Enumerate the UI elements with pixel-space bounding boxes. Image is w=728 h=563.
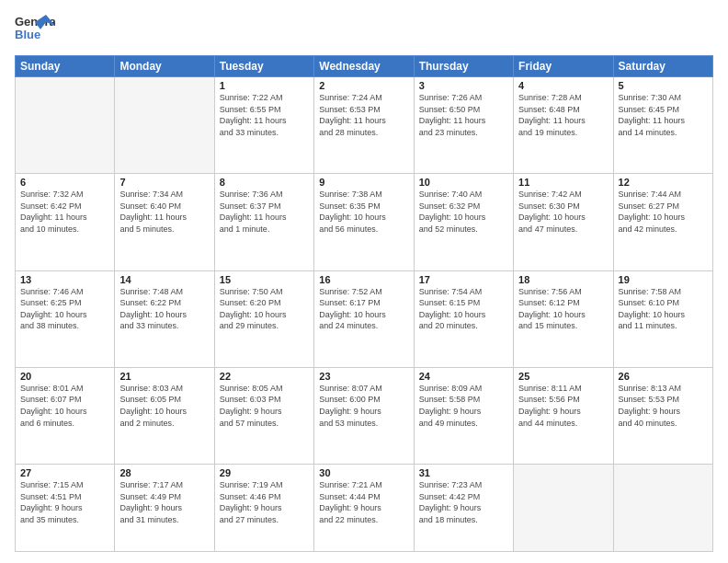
- day-info: Sunrise: 7:36 AM Sunset: 6:37 PM Dayligh…: [220, 189, 309, 235]
- day-number: 21: [119, 371, 209, 382]
- day-number: 22: [220, 371, 309, 382]
- calendar-day-header: Friday: [514, 56, 613, 77]
- calendar-cell: 15Sunrise: 7:50 AM Sunset: 6:20 PM Dayli…: [214, 270, 313, 367]
- day-number: 2: [319, 80, 408, 91]
- day-info: Sunrise: 7:30 AM Sunset: 6:45 PM Dayligh…: [619, 92, 708, 138]
- day-info: Sunrise: 7:17 AM Sunset: 4:49 PM Dayligh…: [119, 479, 209, 525]
- calendar-cell: 2Sunrise: 7:24 AM Sunset: 6:53 PM Daylig…: [314, 77, 414, 174]
- day-number: 10: [419, 177, 508, 188]
- calendar-day-header: Tuesday: [214, 56, 313, 77]
- day-info: Sunrise: 7:56 AM Sunset: 6:12 PM Dayligh…: [518, 286, 608, 332]
- day-info: Sunrise: 7:15 AM Sunset: 4:51 PM Dayligh…: [20, 479, 109, 525]
- day-number: 20: [20, 371, 109, 382]
- calendar-cell: 16Sunrise: 7:52 AM Sunset: 6:17 PM Dayli…: [314, 270, 414, 367]
- logo-icon: GeneralBlue: [15, 11, 55, 48]
- day-info: Sunrise: 7:26 AM Sunset: 6:50 PM Dayligh…: [419, 92, 508, 138]
- calendar-day-header: Wednesday: [314, 56, 414, 77]
- day-number: 31: [419, 467, 508, 478]
- calendar-cell: 23Sunrise: 8:07 AM Sunset: 6:00 PM Dayli…: [314, 367, 414, 464]
- day-info: Sunrise: 7:54 AM Sunset: 6:15 PM Dayligh…: [419, 286, 508, 332]
- day-number: 14: [119, 274, 209, 285]
- calendar-cell: 10Sunrise: 7:40 AM Sunset: 6:32 PM Dayli…: [414, 174, 513, 270]
- calendar-cell: 8Sunrise: 7:36 AM Sunset: 6:37 PM Daylig…: [214, 174, 313, 270]
- day-info: Sunrise: 7:50 AM Sunset: 6:20 PM Dayligh…: [220, 286, 309, 332]
- calendar-cell: [16, 77, 115, 174]
- calendar-cell: 31Sunrise: 7:23 AM Sunset: 4:42 PM Dayli…: [414, 465, 513, 552]
- day-info: Sunrise: 7:28 AM Sunset: 6:48 PM Dayligh…: [518, 92, 608, 138]
- day-info: Sunrise: 7:40 AM Sunset: 6:32 PM Dayligh…: [419, 189, 508, 235]
- day-number: 19: [619, 274, 708, 285]
- day-number: 29: [220, 467, 309, 478]
- day-number: 12: [619, 177, 708, 188]
- calendar-cell: [613, 465, 712, 552]
- day-number: 13: [20, 274, 109, 285]
- day-info: Sunrise: 7:48 AM Sunset: 6:22 PM Dayligh…: [119, 286, 209, 332]
- day-number: 23: [319, 371, 408, 382]
- page: GeneralBlue SundayMondayTuesdayWednesday…: [0, 0, 728, 563]
- calendar-table: SundayMondayTuesdayWednesdayThursdayFrid…: [15, 55, 713, 552]
- day-info: Sunrise: 7:19 AM Sunset: 4:46 PM Dayligh…: [220, 479, 309, 525]
- day-number: 7: [119, 177, 209, 188]
- day-info: Sunrise: 8:03 AM Sunset: 6:05 PM Dayligh…: [119, 383, 209, 429]
- day-info: Sunrise: 7:42 AM Sunset: 6:30 PM Dayligh…: [518, 189, 608, 235]
- calendar-cell: 18Sunrise: 7:56 AM Sunset: 6:12 PM Dayli…: [514, 270, 613, 367]
- calendar-cell: 5Sunrise: 7:30 AM Sunset: 6:45 PM Daylig…: [613, 77, 712, 174]
- calendar-cell: 13Sunrise: 7:46 AM Sunset: 6:25 PM Dayli…: [16, 270, 115, 367]
- day-info: Sunrise: 7:32 AM Sunset: 6:42 PM Dayligh…: [20, 189, 109, 235]
- calendar-cell: 29Sunrise: 7:19 AM Sunset: 4:46 PM Dayli…: [214, 465, 313, 552]
- calendar-cell: 27Sunrise: 7:15 AM Sunset: 4:51 PM Dayli…: [16, 465, 115, 552]
- day-info: Sunrise: 7:23 AM Sunset: 4:42 PM Dayligh…: [419, 479, 508, 525]
- calendar-day-header: Sunday: [16, 56, 115, 77]
- calendar-cell: 20Sunrise: 8:01 AM Sunset: 6:07 PM Dayli…: [16, 367, 115, 464]
- calendar-cell: 12Sunrise: 7:44 AM Sunset: 6:27 PM Dayli…: [613, 174, 712, 270]
- calendar-header-row: SundayMondayTuesdayWednesdayThursdayFrid…: [16, 56, 713, 77]
- calendar-cell: 25Sunrise: 8:11 AM Sunset: 5:56 PM Dayli…: [514, 367, 613, 464]
- day-number: 5: [619, 80, 708, 91]
- calendar-cell: 11Sunrise: 7:42 AM Sunset: 6:30 PM Dayli…: [514, 174, 613, 270]
- day-info: Sunrise: 7:44 AM Sunset: 6:27 PM Dayligh…: [619, 189, 708, 235]
- calendar-cell: 28Sunrise: 7:17 AM Sunset: 4:49 PM Dayli…: [115, 465, 214, 552]
- calendar-day-header: Monday: [115, 56, 214, 77]
- calendar-cell: [514, 465, 613, 552]
- calendar-cell: 7Sunrise: 7:34 AM Sunset: 6:40 PM Daylig…: [115, 174, 214, 270]
- calendar-cell: 4Sunrise: 7:28 AM Sunset: 6:48 PM Daylig…: [514, 77, 613, 174]
- day-info: Sunrise: 7:58 AM Sunset: 6:10 PM Dayligh…: [619, 286, 708, 332]
- day-info: Sunrise: 8:13 AM Sunset: 5:53 PM Dayligh…: [619, 383, 708, 429]
- calendar-cell: 24Sunrise: 8:09 AM Sunset: 5:58 PM Dayli…: [414, 367, 513, 464]
- calendar-cell: 1Sunrise: 7:22 AM Sunset: 6:55 PM Daylig…: [214, 77, 313, 174]
- day-info: Sunrise: 8:05 AM Sunset: 6:03 PM Dayligh…: [220, 383, 309, 429]
- day-info: Sunrise: 7:22 AM Sunset: 6:55 PM Dayligh…: [220, 92, 309, 138]
- day-number: 11: [518, 177, 608, 188]
- day-number: 26: [619, 371, 708, 382]
- calendar-day-header: Saturday: [613, 56, 712, 77]
- calendar-cell: 14Sunrise: 7:48 AM Sunset: 6:22 PM Dayli…: [115, 270, 214, 367]
- day-number: 25: [518, 371, 608, 382]
- day-number: 16: [319, 274, 408, 285]
- day-number: 17: [419, 274, 508, 285]
- calendar-cell: 3Sunrise: 7:26 AM Sunset: 6:50 PM Daylig…: [414, 77, 513, 174]
- day-number: 3: [419, 80, 508, 91]
- day-info: Sunrise: 8:11 AM Sunset: 5:56 PM Dayligh…: [518, 383, 608, 429]
- calendar-cell: 6Sunrise: 7:32 AM Sunset: 6:42 PM Daylig…: [16, 174, 115, 270]
- calendar-day-header: Thursday: [414, 56, 513, 77]
- day-number: 24: [419, 371, 508, 382]
- day-number: 1: [220, 80, 309, 91]
- day-number: 15: [220, 274, 309, 285]
- calendar-cell: 17Sunrise: 7:54 AM Sunset: 6:15 PM Dayli…: [414, 270, 513, 367]
- day-info: Sunrise: 7:21 AM Sunset: 4:44 PM Dayligh…: [319, 479, 408, 525]
- calendar-cell: 26Sunrise: 8:13 AM Sunset: 5:53 PM Dayli…: [613, 367, 712, 464]
- day-number: 9: [319, 177, 408, 188]
- day-info: Sunrise: 8:07 AM Sunset: 6:00 PM Dayligh…: [319, 383, 408, 429]
- day-info: Sunrise: 7:46 AM Sunset: 6:25 PM Dayligh…: [20, 286, 109, 332]
- day-number: 27: [20, 467, 109, 478]
- day-info: Sunrise: 7:52 AM Sunset: 6:17 PM Dayligh…: [319, 286, 408, 332]
- day-info: Sunrise: 7:24 AM Sunset: 6:53 PM Dayligh…: [319, 92, 408, 138]
- calendar-cell: 19Sunrise: 7:58 AM Sunset: 6:10 PM Dayli…: [613, 270, 712, 367]
- day-number: 4: [518, 80, 608, 91]
- day-number: 18: [518, 274, 608, 285]
- day-info: Sunrise: 8:09 AM Sunset: 5:58 PM Dayligh…: [419, 383, 508, 429]
- calendar-cell: 30Sunrise: 7:21 AM Sunset: 4:44 PM Dayli…: [314, 465, 414, 552]
- svg-text:Blue: Blue: [15, 28, 40, 41]
- day-info: Sunrise: 8:01 AM Sunset: 6:07 PM Dayligh…: [20, 383, 109, 429]
- calendar-cell: 9Sunrise: 7:38 AM Sunset: 6:35 PM Daylig…: [314, 174, 414, 270]
